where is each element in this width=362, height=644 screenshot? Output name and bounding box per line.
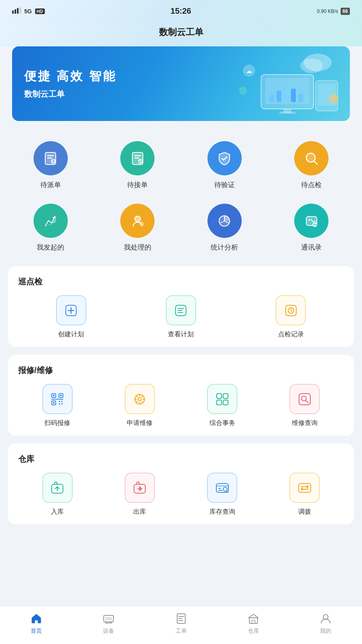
svg-rect-2 <box>17 8 19 14</box>
repair-section: 报修/维修 扫码报修 <box>8 355 354 436</box>
svg-rect-11 <box>291 89 296 102</box>
action-stats[interactable]: 统计分析 <box>182 198 267 258</box>
warehouse-out-item[interactable]: 出库 <box>100 473 179 516</box>
svg-rect-55 <box>105 617 112 620</box>
create-plan-icon-box <box>56 295 86 325</box>
status-bar: 5G HD 15:26 0.90 KB/s 66 <box>0 0 362 22</box>
svg-rect-0 <box>12 10 14 14</box>
action-pending-dispatch[interactable]: 待派单 <box>8 135 93 196</box>
my-initiated-icon <box>33 204 68 238</box>
page-header: 数制云工单 <box>0 22 362 46</box>
svg-rect-58 <box>252 620 255 623</box>
svg-rect-57 <box>249 618 257 623</box>
svg-rect-46 <box>223 400 228 405</box>
nav-workorder-label: 工单 <box>176 627 187 635</box>
banner-subtitle: 数制云工单 <box>24 89 117 100</box>
warehouse-title: 仓库 <box>18 454 344 465</box>
nav-profile[interactable]: 我的 <box>290 611 362 635</box>
action-my-handled[interactable]: 我处理的 <box>95 198 180 258</box>
inspection-grid: 创建计划 查看计划 <box>18 295 344 339</box>
svg-rect-47 <box>299 394 310 405</box>
nav-profile-label: 我的 <box>320 627 331 635</box>
svg-rect-39 <box>60 395 62 396</box>
quick-actions-grid: 待派单 待接单 待验证 <box>0 131 362 266</box>
page-title: 数制云工单 <box>159 27 203 37</box>
svg-rect-40 <box>53 402 54 404</box>
wh-in-label: 入库 <box>51 508 64 516</box>
contacts-icon <box>294 204 329 238</box>
action-my-initiated[interactable]: 我发起的 <box>8 198 93 258</box>
nav-devices-label: 设备 <box>103 627 114 635</box>
wh-query-icon-box <box>207 473 237 503</box>
view-plan-icon-box <box>166 295 196 325</box>
pending-dispatch-icon <box>33 141 68 175</box>
banner-tagline: 便捷 高效 智能 <box>24 68 117 85</box>
view-plan-item[interactable]: 查看计划 <box>128 295 234 339</box>
warehouse-nav-icon <box>246 611 260 625</box>
apply-repair-item[interactable]: 申请维修 <box>100 384 179 427</box>
svg-rect-8 <box>269 95 274 102</box>
svg-rect-38 <box>53 395 54 396</box>
warehouse-in-item[interactable]: 入库 <box>18 473 96 516</box>
svg-rect-43 <box>217 394 222 398</box>
svg-rect-53 <box>299 484 311 492</box>
svg-point-5 <box>300 58 323 73</box>
action-pending-inspect[interactable]: 待点检 <box>269 135 354 196</box>
action-pending-accept[interactable]: 待接单 <box>95 135 180 196</box>
svg-point-42 <box>138 398 141 401</box>
scan-repair-label: 扫码报修 <box>44 419 70 427</box>
wh-in-icon-box <box>42 473 73 503</box>
warehouse-query-item[interactable]: 库存查询 <box>183 473 262 516</box>
svg-point-20 <box>239 87 247 95</box>
repair-query-item[interactable]: 维修查询 <box>266 384 344 427</box>
scan-repair-icon-box <box>42 384 73 414</box>
pending-verify-label: 待验证 <box>214 180 235 190</box>
nav-warehouse[interactable]: 仓库 <box>217 611 289 635</box>
svg-rect-45 <box>217 400 222 405</box>
nav-home[interactable]: 首页 <box>0 611 72 635</box>
repair-grid: 扫码报修 申请维修 <box>18 384 344 427</box>
inspection-title: 巡点检 <box>18 276 344 287</box>
my-handled-icon <box>120 204 155 238</box>
network-type: 5G <box>24 8 32 15</box>
status-left: 5G HD <box>12 7 45 15</box>
pending-inspect-label: 待点检 <box>301 180 322 190</box>
transfer-item[interactable]: 调拨 <box>266 473 344 516</box>
pending-inspect-icon <box>294 141 329 175</box>
nav-workorder[interactable]: 工单 <box>145 611 217 635</box>
inspect-record-item[interactable]: 点检记录 <box>238 295 344 339</box>
transfer-icon-box <box>289 473 320 503</box>
svg-rect-12 <box>298 94 303 102</box>
repair-query-icon-box <box>289 384 320 414</box>
action-contacts[interactable]: 通讯录 <box>269 198 354 258</box>
create-plan-item[interactable]: 创建计划 <box>18 295 124 339</box>
banner-text: 便捷 高效 智能 数制云工单 <box>24 68 117 100</box>
general-affairs-item[interactable]: 综合事务 <box>183 384 262 427</box>
svg-rect-10 <box>284 93 289 102</box>
banner: 便捷 高效 智能 数制云工单 ☁ <box>12 46 350 121</box>
status-right: 0.90 KB/s 66 <box>317 8 350 15</box>
svg-text:☁: ☁ <box>246 68 252 74</box>
wh-query-label: 库存查询 <box>209 508 235 516</box>
warehouse-grid: 入库 出库 <box>18 473 344 516</box>
home-icon <box>29 611 43 625</box>
scan-repair-item[interactable]: 扫码报修 <box>18 384 96 427</box>
battery-indicator: 66 <box>341 8 350 15</box>
speed-indicator: 0.90 KB/s <box>317 8 338 14</box>
general-affairs-icon-box <box>207 384 237 414</box>
nav-warehouse-label: 仓库 <box>248 627 259 635</box>
profile-icon <box>319 611 333 625</box>
svg-rect-9 <box>276 91 281 102</box>
signal-icon <box>12 7 21 15</box>
svg-rect-3 <box>19 7 21 14</box>
svg-point-48 <box>301 396 306 401</box>
nav-devices[interactable]: 设备 <box>72 611 144 635</box>
pending-accept-label: 待接单 <box>127 180 148 190</box>
stats-label: 统计分析 <box>211 243 238 252</box>
general-affairs-label: 综合事务 <box>209 419 235 427</box>
action-pending-verify[interactable]: 待验证 <box>182 135 267 196</box>
pending-dispatch-label: 待派单 <box>40 180 61 190</box>
stats-icon <box>207 204 242 238</box>
wh-out-icon-box <box>125 473 155 503</box>
warehouse-section: 仓库 入库 <box>8 444 354 524</box>
